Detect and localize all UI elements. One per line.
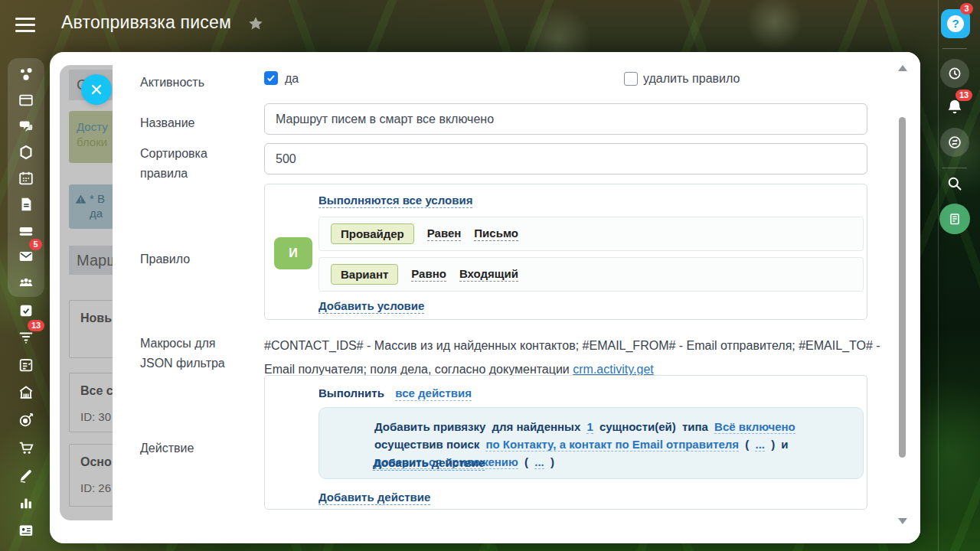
dim-overlay [60,65,113,520]
help-badge: 3 [960,3,973,15]
activity-label: Активность [140,73,204,93]
action-label: Действие [140,439,194,458]
add-action-inner-link[interactable]: Добавить действие [373,456,485,471]
close-slider-button[interactable] [81,74,112,105]
document-icon[interactable] [18,196,34,213]
condition-field-button[interactable]: Вариант [331,264,398,285]
drive-icon[interactable] [18,222,34,239]
add-condition-link[interactable]: Добавить условие [318,299,424,314]
scrollbar-thumb[interactable] [899,117,906,458]
macros-label: Макросы для JSON фильтра [140,334,247,373]
hamburger-menu-icon[interactable] [15,18,35,32]
question-icon: ? [947,15,964,32]
condition-operator[interactable]: Равно [411,267,446,282]
messenger-chats-icon[interactable] [18,118,34,135]
sign-pen-icon[interactable] [18,467,34,484]
action-box: Выполнить все действия Добавить привязку… [264,375,867,510]
planner-clipboard-icon[interactable] [18,357,34,373]
background-page-panel: Синх Досту блоки * В да Марш Новь Все с … [60,65,113,520]
scroll-down-arrow[interactable] [898,518,907,524]
trust-params-link[interactable]: ... [534,455,544,469]
open-lines-button[interactable] [940,128,969,157]
app-root: Автопривязка писем 5 13 [0,0,980,551]
add-action-outer-link[interactable]: Добавить действие [318,491,430,505]
all-conditions-link[interactable]: Выполняются все условия [318,194,472,208]
sort-label: Сортировка правила [140,144,240,184]
perform-row: Выполнить все действия [318,386,472,401]
rule-box: Выполняются все условия И Провайдер Раве… [264,184,867,320]
mail-icon[interactable] [18,248,34,265]
news-button[interactable] [939,204,970,234]
activity-yes-label: да [285,72,299,86]
contact-card-icon[interactable] [18,522,34,539]
and-operator-badge[interactable]: И [274,237,312,269]
delete-rule-checkbox[interactable] [624,72,638,86]
condition-value[interactable]: Письмо [474,227,518,241]
page-title: Автопривязка писем [61,12,231,33]
shop-cart-icon[interactable] [18,439,34,456]
crm-people-icon[interactable] [18,274,34,291]
delete-rule-label: удалить правило [643,72,740,86]
scroll-up-arrow[interactable] [898,65,907,71]
hexagon-apps-icon[interactable] [18,144,34,161]
search-params-link[interactable]: ... [755,438,765,452]
name-input[interactable] [264,103,867,135]
slider-panel: Синх Досту блоки * В да Марш Новь Все с … [50,52,920,543]
worktime-clock-button[interactable] [940,59,969,88]
action-item-box: Добавить привязку для найденных 1 сущнос… [318,407,864,479]
calendar-icon[interactable] [18,170,34,187]
analytics-chart-icon[interactable] [18,494,34,511]
search-icon[interactable] [946,174,964,193]
sort-input[interactable] [264,143,867,174]
rail-divider-2 [942,168,967,168]
rail-divider [942,48,967,49]
marketing-target-icon[interactable] [18,412,34,429]
macros-text: #CONTACT_IDS# - Массив из ид найденных к… [264,334,880,381]
rule-label: Правило [140,249,190,269]
tasks-check-icon[interactable] [18,302,34,319]
favorite-star-icon[interactable] [247,15,264,32]
form-scrollbar[interactable] [896,64,909,526]
activity-checkbox[interactable] [264,71,278,85]
company-home-icon[interactable] [18,384,34,401]
right-rail-divider [938,0,939,551]
entity-count-link[interactable]: 1 [586,420,593,434]
mail-badge: 5 [29,239,42,250]
perform-mode-link[interactable]: все действия [395,386,472,401]
condition-value[interactable]: Входящий [459,267,518,282]
funnel-badge: 13 [28,320,44,331]
notifications-badge: 13 [956,90,972,101]
name-label: Название [140,113,195,133]
condition-operator[interactable]: Равен [427,227,462,241]
search-mode-link[interactable]: по Контакту, а контакт по Email отправит… [485,438,739,452]
crm-activity-get-link[interactable]: crm.activity.get [573,363,654,376]
entity-type-link[interactable]: Всё включено [714,420,795,434]
perform-label: Выполнить [318,386,384,399]
condition-field-button[interactable]: Провайдер [331,223,414,244]
rule-form-panel: Активность да удалить правило Название С… [113,52,920,543]
pulse-network-icon[interactable] [18,66,34,83]
condition-row: Вариант Равно Входящий [318,257,864,292]
feed-card-icon[interactable] [18,92,34,109]
condition-row: Провайдер Равен Письмо [318,217,864,251]
